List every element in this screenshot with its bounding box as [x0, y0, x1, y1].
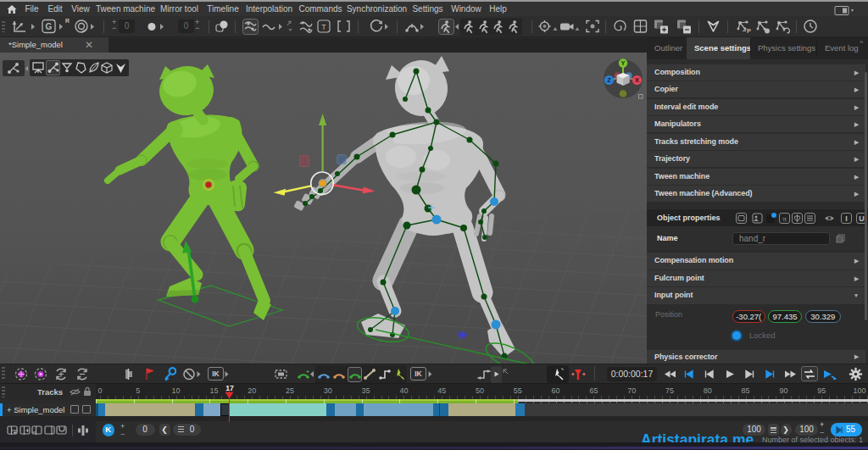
svg-text:U: U [859, 214, 865, 223]
svg-text:Z: Z [607, 76, 611, 84]
svg-text:X: X [635, 76, 639, 84]
svg-text:G: G [46, 22, 53, 31]
svg-text:π: π [782, 214, 787, 223]
svg-text:Y: Y [620, 59, 625, 67]
svg-text:I: I [845, 214, 848, 223]
svg-text:P: P [747, 27, 751, 35]
svg-text:T: T [321, 23, 326, 31]
